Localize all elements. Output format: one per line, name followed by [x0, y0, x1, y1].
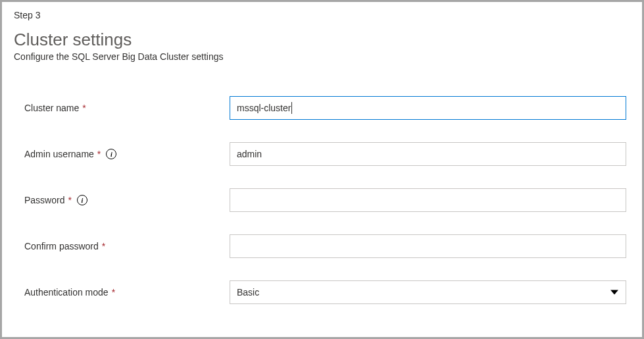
row-confirm-password: Confirm password * — [14, 234, 630, 258]
text-caret — [291, 102, 292, 114]
required-indicator: * — [102, 241, 105, 251]
cluster-name-input[interactable]: mssql-cluster — [230, 96, 626, 120]
row-admin-username: Admin username * i admin — [14, 142, 630, 166]
label-admin-username-text: Admin username — [24, 149, 94, 159]
page-title: Cluster settings — [14, 30, 630, 50]
label-admin-username: Admin username * i — [24, 149, 230, 159]
admin-username-value: admin — [237, 149, 262, 159]
row-cluster-name: Cluster name * mssql-cluster — [14, 96, 630, 120]
label-auth-mode: Authentication mode * — [24, 287, 230, 298]
label-password: Password * i — [24, 195, 230, 205]
auth-mode-select-wrap[interactable]: Basic — [230, 280, 626, 304]
chevron-down-icon — [610, 290, 618, 295]
label-confirm-password-text: Confirm password — [24, 241, 99, 251]
label-confirm-password: Confirm password * — [24, 241, 230, 251]
row-auth-mode: Authentication mode * Basic — [14, 280, 630, 304]
label-auth-mode-text: Authentication mode — [24, 287, 109, 298]
label-password-text: Password — [24, 195, 64, 205]
required-indicator: * — [112, 287, 115, 298]
auth-mode-value: Basic — [237, 287, 259, 298]
label-cluster-name: Cluster name * — [24, 103, 230, 113]
password-input[interactable] — [230, 188, 626, 212]
confirm-password-input[interactable] — [230, 234, 626, 258]
required-indicator: * — [68, 195, 71, 205]
required-indicator: * — [82, 103, 86, 113]
wizard-step-container: Step 3 Cluster settings Configure the SQ… — [2, 2, 642, 304]
admin-username-input[interactable]: admin — [230, 142, 626, 166]
auth-mode-select[interactable]: Basic — [230, 280, 626, 304]
label-cluster-name-text: Cluster name — [24, 103, 79, 113]
page-subtitle: Configure the SQL Server Big Data Cluste… — [14, 51, 630, 62]
info-icon[interactable]: i — [77, 195, 87, 205]
info-icon[interactable]: i — [106, 149, 116, 159]
row-password: Password * i — [14, 188, 630, 212]
step-label: Step 3 — [14, 10, 630, 20]
required-indicator: * — [97, 149, 101, 159]
cluster-name-value: mssql-cluster — [237, 103, 291, 113]
